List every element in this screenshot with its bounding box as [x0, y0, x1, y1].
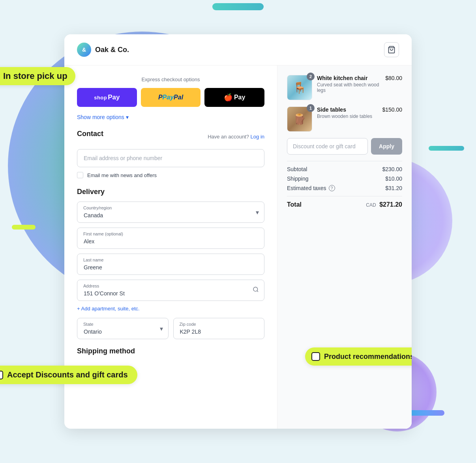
login-link[interactable]: Log in: [251, 134, 264, 140]
applepay-button[interactable]: 🍎 Pay: [204, 88, 264, 107]
accept-discounts-banner[interactable]: Accept Discounts and gift cards: [0, 366, 137, 384]
shipping-value: $10.00: [385, 175, 402, 182]
state-label: State: [83, 322, 94, 327]
zip-wrap: Zip code: [173, 318, 265, 339]
deco-pill-left-mid: [12, 225, 36, 230]
brand-logo: & Oak & Co.: [77, 43, 129, 57]
country-select-wrap: Country/region Canada ▾: [77, 202, 264, 223]
contact-heading: Contact: [77, 130, 103, 138]
deco-pill-right-top: [429, 146, 464, 151]
brand-name: Oak & Co.: [95, 46, 129, 54]
newsletter-label: Email me with news and offers: [87, 172, 157, 178]
item-2-price: $150.00: [382, 106, 402, 113]
product-rec-checkbox[interactable]: [311, 352, 320, 361]
product-rec-label: Product recommendations: [324, 353, 412, 361]
taxes-value: $31.20: [385, 185, 402, 191]
total-currency: CAD: [366, 202, 376, 208]
total-row: Total CAD $271.20: [287, 201, 402, 208]
show-more-label: Show more options: [77, 114, 124, 120]
express-label: Express checkout options: [77, 77, 264, 82]
apply-button[interactable]: Apply: [371, 138, 402, 155]
cart-button[interactable]: [384, 42, 399, 57]
item-2-info: Side tables Brown wooden side tables: [317, 106, 377, 119]
item-2-badge: 1: [307, 104, 315, 112]
last-name-input[interactable]: [77, 254, 264, 275]
summary-divider-2: [287, 196, 402, 196]
newsletter-checkbox[interactable]: [77, 172, 83, 178]
item-2-image-wrap: 1: [287, 106, 312, 132]
deco-pill-top: [212, 3, 264, 10]
item-1-name: White kitchen chair: [317, 75, 380, 81]
contact-header: Contact Have an account? Log in: [77, 130, 264, 144]
add-apartment-link[interactable]: + Add apartment, suite, etc.: [77, 306, 264, 312]
order-item-2: 1 Side tables Brown wooden side tables $…: [287, 106, 402, 132]
subtotal-value: $230.00: [382, 166, 402, 172]
zip-label: Zip code: [180, 322, 196, 327]
subtotal-row: Subtotal $230.00: [287, 166, 402, 172]
first-name-label: First name (optional): [83, 231, 123, 236]
taxes-label: Estimated taxes: [287, 185, 326, 191]
delivery-heading: Delivery: [77, 188, 264, 196]
state-select-wrap: State Ontario ▾: [77, 318, 169, 339]
state-select[interactable]: Ontario: [77, 318, 169, 339]
country-label: Country/region: [83, 205, 112, 210]
subtotal-label: Subtotal: [287, 166, 307, 172]
item-1-badge: 2: [307, 73, 315, 80]
total-label: Total: [287, 201, 302, 208]
state-zip-row: State Ontario ▾ Zip code: [77, 318, 264, 339]
address-input[interactable]: [77, 280, 264, 301]
last-name-label: Last name: [83, 258, 103, 262]
brand-icon: &: [77, 43, 91, 57]
cart-icon: [388, 46, 395, 54]
item-2-name: Side tables: [317, 106, 377, 113]
item-1-desc: Curved seat with beech wood legs: [317, 82, 380, 93]
first-name-wrap: First name (optional): [77, 228, 264, 249]
order-item-1: 2 White kitchen chair Curved seat with b…: [287, 75, 402, 100]
right-panel: 2 White kitchen chair Curved seat with b…: [277, 65, 412, 429]
show-more-options-link[interactable]: Show more options ▾: [77, 114, 264, 120]
total-value: $271.20: [379, 201, 402, 208]
item-2-desc: Brown wooden side tables: [317, 114, 377, 119]
total-value-wrap: CAD $271.20: [366, 201, 402, 208]
email-input[interactable]: [77, 149, 264, 167]
country-select[interactable]: Canada: [77, 202, 264, 223]
shoppay-pay-label: Pay: [108, 93, 120, 101]
accept-discounts-checkbox[interactable]: [0, 371, 3, 379]
shoppay-label: shop: [94, 95, 107, 101]
newsletter-row: Email me with news and offers: [77, 172, 264, 178]
discount-input[interactable]: [287, 138, 368, 155]
taxes-label-wrap: Estimated taxes ?: [287, 185, 335, 191]
item-1-image-wrap: 2: [287, 75, 312, 100]
shipping-method-heading: Shipping method: [77, 347, 264, 355]
taxes-info-icon[interactable]: ?: [329, 185, 335, 191]
address-wrap: Address: [77, 280, 264, 301]
paypal-button[interactable]: P Pay Pal: [141, 88, 201, 107]
paypal-pal: Pal: [174, 94, 183, 101]
item-1-info: White kitchen chair Curved seat with bee…: [317, 75, 380, 93]
instore-label: In store pick up: [3, 71, 67, 81]
discount-row: Apply: [287, 138, 402, 155]
first-name-input[interactable]: [77, 228, 264, 249]
checkout-header: & Oak & Co.: [64, 34, 412, 65]
shoppay-button[interactable]: shop Pay: [77, 88, 137, 107]
login-prompt: Have an account? Log in: [208, 134, 264, 140]
taxes-row: Estimated taxes ? $31.20: [287, 185, 402, 191]
summary-divider-1: [287, 161, 402, 161]
paypal-p1: P: [158, 94, 163, 101]
last-name-wrap: Last name: [77, 254, 264, 275]
product-rec-banner[interactable]: Product recommendations: [305, 347, 412, 366]
paypal-p2: Pay: [163, 94, 174, 101]
add-apt-label: + Add apartment, suite, etc.: [77, 306, 140, 312]
shipping-label: Shipping: [287, 175, 309, 182]
address-label: Address: [83, 284, 99, 288]
item-1-price: $80.00: [385, 75, 402, 81]
accept-discounts-label: Accept Discounts and gift cards: [7, 370, 128, 379]
zip-input[interactable]: [173, 318, 265, 339]
chevron-down-icon: ▾: [126, 114, 129, 120]
instore-pickup-banner[interactable]: In store pick up: [0, 67, 75, 85]
express-buttons: shop Pay P Pay Pal 🍎 Pay: [77, 88, 264, 107]
apple-icon: 🍎: [224, 93, 232, 102]
shipping-row: Shipping $10.00: [287, 175, 402, 182]
applepay-label: Pay: [234, 94, 245, 101]
